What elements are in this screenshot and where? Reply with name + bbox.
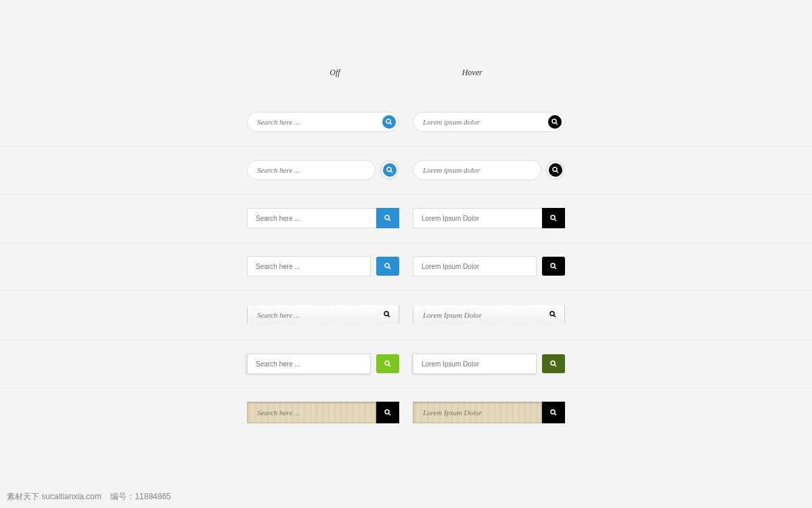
search-style-row-5 [0, 291, 812, 340]
search-button[interactable] [542, 354, 565, 373]
search-icon [549, 214, 558, 222]
search-icon [551, 118, 559, 126]
search-icon [551, 166, 560, 174]
search-button[interactable] [376, 208, 399, 228]
search-input[interactable] [247, 304, 399, 326]
search-button[interactable] [376, 402, 399, 423]
search-input[interactable] [413, 256, 537, 276]
search-icon [385, 118, 393, 126]
footer-site: 素材天下 sucaitianxia.com [7, 492, 102, 501]
search-input[interactable] [413, 402, 542, 423]
search-button[interactable] [542, 257, 565, 276]
footer-id-label: 编号： [110, 492, 135, 501]
search-style-row-1 [0, 98, 812, 146]
search-input[interactable] [413, 112, 565, 132]
search-button[interactable] [542, 208, 565, 228]
search-icon [549, 310, 557, 318]
search-button[interactable] [376, 257, 399, 276]
search-icon [383, 310, 391, 318]
search-input[interactable] [247, 354, 371, 374]
search-button[interactable] [383, 310, 391, 320]
search-input[interactable] [413, 354, 537, 374]
search-style-row-6 [0, 340, 812, 388]
search-icon [384, 408, 392, 417]
search-input[interactable] [247, 256, 371, 276]
search-input[interactable] [413, 160, 541, 180]
search-style-row-2 [0, 146, 812, 194]
search-style-row-4 [0, 242, 812, 291]
footer-attribution: 素材天下 sucaitianxia.com 编号：11884865 [7, 491, 171, 503]
search-input[interactable] [247, 402, 376, 423]
search-button[interactable] [382, 115, 396, 129]
search-icon [384, 214, 392, 222]
search-icon [386, 166, 394, 174]
search-input[interactable] [413, 304, 565, 326]
search-input[interactable] [247, 160, 376, 180]
search-style-row-7 [0, 388, 812, 437]
search-button[interactable] [542, 402, 565, 423]
column-header-off: Off [330, 68, 340, 78]
search-button[interactable] [545, 160, 565, 180]
search-icon [384, 360, 392, 368]
search-input[interactable] [247, 208, 376, 228]
search-icon [549, 408, 558, 417]
search-button[interactable] [549, 310, 557, 320]
search-input[interactable] [247, 112, 399, 132]
search-button[interactable] [376, 354, 399, 373]
column-header-hover: Hover [462, 68, 482, 78]
search-icon [549, 262, 558, 270]
search-style-row-3 [0, 194, 812, 242]
search-button[interactable] [380, 160, 399, 180]
search-icon [384, 262, 392, 270]
search-input[interactable] [413, 208, 542, 228]
search-button[interactable] [548, 115, 562, 129]
search-icon [549, 360, 558, 368]
footer-id-value: 11884865 [135, 492, 171, 501]
